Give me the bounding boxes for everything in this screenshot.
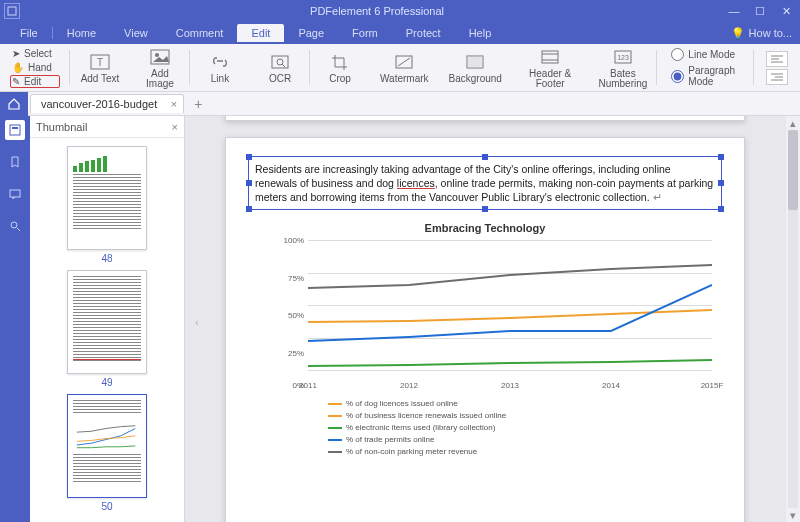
x-tick-2012: 2012 [400, 381, 418, 390]
menu-edit[interactable]: Edit [237, 24, 284, 42]
thumbnail-page-50[interactable]: 50 [67, 394, 147, 512]
menu-file[interactable]: File [6, 24, 52, 42]
background-button[interactable]: Background [445, 50, 506, 86]
svg-rect-23 [10, 125, 20, 135]
hand-icon: ✋ [12, 62, 24, 73]
paragraph-mode-radio[interactable]: Paragraph Mode [671, 65, 740, 87]
menu-home[interactable]: Home [53, 24, 110, 42]
align-group [760, 51, 794, 85]
y-tick-100: 100% [278, 236, 304, 245]
chart-title: Embracing Technology [248, 222, 722, 234]
thumbnail-page-49[interactable]: 49 [67, 270, 147, 388]
x-tick-2013: 2013 [501, 381, 519, 390]
y-tick-25: 25% [278, 348, 304, 357]
crop-icon [327, 52, 353, 72]
chart-legend: % of dog licences issued online % of bus… [328, 398, 722, 458]
new-tab-button[interactable]: + [190, 96, 206, 112]
line-mode-radio[interactable]: Line Mode [671, 48, 740, 61]
edit-icon: ✎ [12, 76, 20, 87]
y-tick-75: 75% [278, 273, 304, 282]
link-button[interactable]: Link [196, 50, 244, 86]
svg-rect-12 [542, 51, 558, 63]
bookmark-panel-button[interactable] [5, 152, 25, 172]
hand-tool[interactable]: ✋Hand [10, 61, 60, 74]
bates-button[interactable]: 123Bates Numbering [594, 45, 651, 91]
svg-line-9 [398, 58, 410, 66]
ribbon: ➤Select ✋Hand ✎Edit TAdd Text Add Image … [0, 44, 800, 92]
menu-view[interactable]: View [110, 24, 162, 42]
howto-search[interactable]: 💡 How to... [731, 27, 792, 40]
edit-tool[interactable]: ✎Edit [10, 75, 60, 88]
image-icon [147, 47, 173, 67]
header-footer-button[interactable]: Header & Footer [518, 45, 583, 91]
document-canvas[interactable]: ‹ VANCOUVER 49 Residents are increasingl… [185, 116, 800, 522]
title-bar: PDFelement 6 Professional — ☐ ✕ [0, 0, 800, 22]
app-logo-icon [4, 3, 20, 19]
svg-rect-25 [10, 190, 20, 197]
workspace: Thumbnail × 48 49 [0, 116, 800, 522]
document-tab[interactable]: vancouver-2016-budget × [30, 94, 184, 113]
cursor-icon: ➤ [12, 48, 20, 59]
ocr-icon [267, 52, 293, 72]
x-tick-2014: 2014 [602, 381, 620, 390]
svg-rect-11 [467, 56, 483, 68]
y-tick-50: 50% [278, 311, 304, 320]
side-toolbar [0, 116, 30, 522]
menu-form[interactable]: Form [338, 24, 392, 42]
bates-icon: 123 [610, 47, 636, 67]
menu-comment[interactable]: Comment [162, 24, 238, 42]
svg-point-4 [155, 53, 159, 57]
home-icon [7, 97, 21, 111]
select-tool[interactable]: ➤Select [10, 47, 60, 60]
scroll-thumb[interactable] [788, 130, 798, 210]
edit-mode-group: Line Mode Paragraph Mode [663, 48, 748, 87]
document-page-50: Residents are increasingly taking advant… [225, 137, 745, 522]
maximize-button[interactable]: ☐ [750, 3, 770, 19]
add-text-button[interactable]: TAdd Text [76, 50, 124, 86]
scroll-up-button[interactable]: ▴ [786, 116, 800, 130]
svg-point-26 [11, 222, 17, 228]
svg-rect-5 [272, 56, 288, 68]
add-image-button[interactable]: Add Image [136, 45, 184, 91]
menu-page[interactable]: Page [284, 24, 338, 42]
svg-text:T: T [97, 57, 103, 68]
close-button[interactable]: ✕ [776, 3, 796, 19]
watermark-button[interactable]: Watermark [376, 50, 433, 86]
thumbnail-panel-button[interactable] [5, 120, 25, 140]
x-tick-2015f: 2015F [701, 381, 724, 390]
prev-page-arrow[interactable]: ‹ [195, 316, 199, 328]
header-footer-icon [537, 47, 563, 67]
document-page-49-bottom: VANCOUVER 49 [225, 116, 745, 121]
thumbnail-page-48[interactable]: 48 [67, 146, 147, 264]
document-tab-label: vancouver-2016-budget [41, 98, 157, 110]
comment-panel-button[interactable] [5, 184, 25, 204]
thumbnail-panel-close[interactable]: × [172, 121, 178, 133]
menu-help[interactable]: Help [455, 24, 506, 42]
search-panel-button[interactable] [5, 216, 25, 236]
window-controls: — ☐ ✕ [724, 3, 796, 19]
svg-rect-24 [12, 127, 18, 129]
lightbulb-icon: 💡 [731, 27, 745, 40]
scroll-down-button[interactable]: ▾ [786, 508, 800, 522]
svg-line-7 [282, 64, 285, 67]
vertical-scrollbar[interactable]: ▴ ▾ [786, 116, 800, 522]
x-tick-2011: 2011 [299, 381, 317, 390]
menu-protect[interactable]: Protect [392, 24, 455, 42]
svg-rect-0 [8, 7, 16, 15]
howto-label: How to... [749, 27, 792, 39]
watermark-icon [391, 52, 417, 72]
selected-text-box[interactable]: Residents are increasingly taking advant… [248, 156, 722, 210]
background-icon [462, 52, 488, 72]
minimize-button[interactable]: — [724, 3, 744, 19]
home-tab-button[interactable] [0, 92, 28, 116]
svg-line-27 [17, 228, 20, 231]
crop-button[interactable]: Crop [316, 50, 364, 86]
align-button-1[interactable] [766, 51, 788, 67]
tab-strip: vancouver-2016-budget × + [0, 92, 800, 116]
tab-close-button[interactable]: × [171, 98, 177, 110]
ocr-button[interactable]: OCR [256, 50, 304, 86]
link-icon [207, 52, 233, 72]
text-cursor-icon: ↵ [653, 191, 662, 203]
align-button-2[interactable] [766, 69, 788, 85]
paragraph-text[interactable]: Residents are increasingly taking advant… [255, 162, 715, 204]
